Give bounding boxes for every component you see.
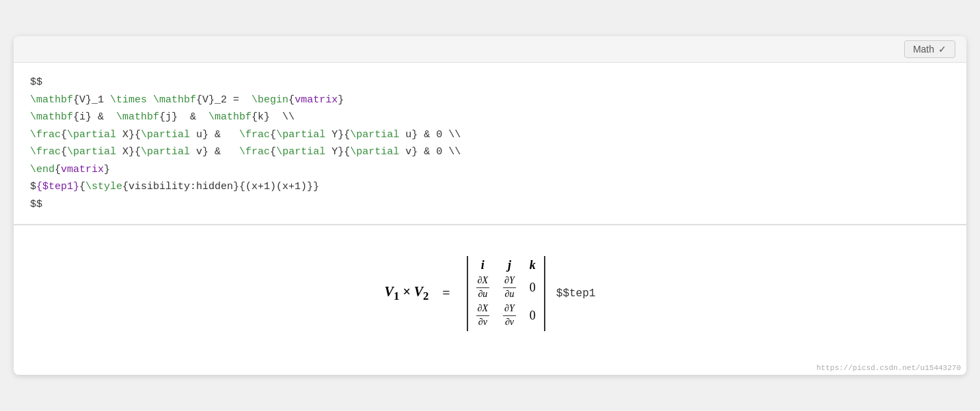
editor-line-3: \mathbf{i} & \mathbf{j} & \mathbf{k} \\ [30,109,950,126]
left-vbar [467,256,468,331]
cell-dY-dv: ∂Y ∂v [503,303,516,328]
math-button[interactable]: Math ✓ [904,40,955,58]
math-rendered: V1 × V2 = i j k [385,255,596,330]
math-button-label: Math [913,44,934,55]
main-container: Math ✓ $$ \mathbf{V}_1 \times \mathbf{V}… [14,36,966,375]
cell-dX-du: ∂X ∂u [476,275,489,300]
equation-lhs: V1 × V2 [385,284,429,303]
editor-line-5: \frac{\partial X}{\partial v} & \frac{\p… [30,143,950,161]
editor-line-7: ${$tep1}{\style{visibility:hidden}{(x+1)… [30,178,950,196]
editor-line-4: \frac{\partial X}{\partial u} & \frac{\p… [30,126,950,144]
cell-0-row3: 0 [530,309,536,323]
editor-line-1: $$ [30,74,950,91]
watermark-text: https://picsd.csdn.net/u15443270 [817,364,961,372]
cell-dX-dv: ∂X ∂v [476,303,489,328]
cell-j: j [508,258,511,272]
cell-dY-du: ∂Y ∂u [503,275,516,300]
editor-line-2: \mathbf{V}_1 \times \mathbf{V}_2 = \begi… [30,91,950,109]
cell-i: i [481,258,485,272]
equals-sign: = [442,285,450,301]
cell-k: k [530,258,536,272]
checkmark-icon: ✓ [938,44,947,55]
header-bar: Math ✓ [14,36,966,63]
step-label: $$tep1 [556,287,596,300]
editor-line-8: $$ [30,196,950,214]
cell-0-row2: 0 [530,281,536,295]
editor-line-6: \end{vmatrix} [30,161,950,179]
vmatrix-content: i j k ∂X ∂u ∂Y [467,255,545,330]
editor-area[interactable]: $$ \mathbf{V}_1 \times \mathbf{V}_2 = \b… [14,63,966,225]
right-vbar [544,256,545,331]
matrix-grid: i j k ∂X ∂u ∂Y [471,255,541,330]
watermark: https://picsd.csdn.net/u15443270 [14,361,966,375]
vmatrix: i j k ∂X ∂u ∂Y [467,255,545,330]
preview-area: V1 × V2 = i j k [14,225,966,361]
